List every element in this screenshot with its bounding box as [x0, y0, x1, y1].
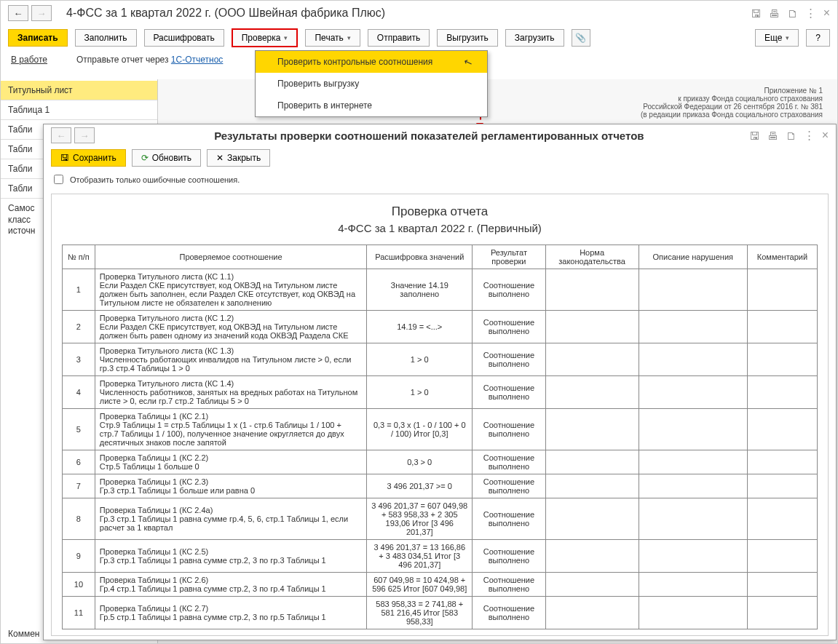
cell-decryption: 1 > 0 [367, 343, 473, 376]
table-row[interactable]: 6Проверка Таблицы 1 (КС 2.2) Стр.5 Табли… [63, 450, 818, 474]
cell-decryption: Значение 14.19 заполнено [367, 269, 473, 311]
cell-desc [639, 498, 747, 540]
cell-decryption: 0,3 = 0,3 x (1 - 0 / 100 + 0 / 100) Итог… [367, 409, 473, 450]
table-row[interactable]: 3Проверка Титульного листа (КС 1.3) Числ… [63, 343, 818, 376]
table-row[interactable]: 5Проверка Таблицы 1 (КС 2.1) Стр.9 Табли… [63, 409, 818, 450]
w2-nav-back[interactable]: ← [51, 127, 71, 143]
check-online-item[interactable]: Проверить в интернете [256, 95, 487, 116]
tab-title-page[interactable]: Титульный лист [1, 81, 157, 100]
diskette-icon: 🖫 [60, 153, 69, 163]
cell-relation: Проверка Титульного листа (КС 1.4) Числе… [95, 376, 366, 409]
w2-preview-icon[interactable]: 🗋 [786, 130, 797, 142]
table-row[interactable]: 1Проверка Титульного листа (КС 1.1) Если… [63, 269, 818, 311]
only-errors-label: Отобразить только ошибочные соотношения. [70, 175, 240, 184]
more-button[interactable]: Еще [755, 29, 799, 47]
cell-decryption: 0,3 > 0 [367, 450, 473, 474]
cell-relation: Проверка Таблицы 1 (КС 2.1) Стр.9 Таблиц… [95, 409, 366, 450]
w2-title: Результаты проверки соотношений показате… [109, 130, 749, 142]
w2-more-icon[interactable]: ⋮ [804, 129, 815, 142]
table-row[interactable]: 8Проверка Таблицы 1 (КС 2.4а) Гр.3 стр.1… [63, 498, 818, 540]
cell-result: Соотношение выполнено [473, 269, 545, 311]
cell-number: 9 [63, 540, 95, 573]
check-ratios-item[interactable]: Проверить контрольные соотношения [256, 51, 487, 73]
fill-button[interactable]: Заполнить [75, 29, 137, 47]
cell-comment [747, 311, 817, 343]
cell-relation: Проверка Таблицы 1 (КС 2.4а) Гр.3 стр.1 … [95, 498, 366, 540]
table-row[interactable]: 4Проверка Титульного листа (КС 1.4) Числ… [63, 376, 818, 409]
cell-number: 5 [63, 409, 95, 450]
filter-row: Отобразить только ошибочные соотношения. [44, 170, 836, 189]
cell-norm [545, 573, 639, 597]
cell-desc [639, 269, 747, 311]
cell-relation: Проверка Таблицы 1 (КС 2.5) Гр.3 стр.1 Т… [95, 540, 366, 573]
tab-table1[interactable]: Таблица 1 [1, 100, 157, 120]
cell-result: Соотношение выполнено [473, 409, 545, 450]
record-button[interactable]: Записать [8, 29, 68, 47]
table-row[interactable]: 10Проверка Таблицы 1 (КС 2.6) Гр.4 стр.1… [63, 573, 818, 597]
cell-relation: Проверка Таблицы 1 (КС 2.7) Гр.5 стр.1 Т… [95, 597, 366, 629]
table-row[interactable]: 9Проверка Таблицы 1 (КС 2.5) Гр.3 стр.1 … [63, 540, 818, 573]
check-export-item[interactable]: Проверить выгрузку [256, 73, 487, 95]
cell-result: Соотношение выполнено [473, 343, 545, 376]
cell-relation: Проверка Титульного листа (КС 1.3) Числе… [95, 343, 366, 376]
window-title: 4-ФСС за 1 квартал 2022 г. (ООО Швейная … [66, 7, 751, 20]
close-icon[interactable]: × [823, 7, 830, 20]
print-icon[interactable]: 🖶 [769, 7, 780, 20]
print-button[interactable]: Печать [305, 29, 360, 47]
w2-close-icon[interactable]: × [822, 129, 829, 142]
cell-norm [545, 474, 639, 498]
nav-back-button[interactable]: ← [8, 5, 28, 21]
w2-save-icon[interactable]: 🖫 [749, 130, 760, 142]
cell-desc [639, 573, 747, 597]
cell-number: 11 [63, 597, 95, 629]
close-button[interactable]: ✕Закрыть [207, 149, 270, 167]
titlebar: ← → 4-ФСС за 1 квартал 2022 г. (ООО Швей… [1, 1, 837, 25]
check-results-window: ← → Результаты проверки соотношений пока… [43, 124, 837, 640]
status-label[interactable]: В работе [11, 55, 47, 65]
report-area[interactable]: Проверка отчета 4-ФСС за 1 квартал 2022 … [51, 194, 829, 636]
cell-desc [639, 376, 747, 409]
only-errors-checkbox[interactable] [54, 175, 63, 184]
nav-forward-button[interactable]: → [31, 5, 52, 21]
cell-comment [747, 573, 817, 597]
check-button[interactable]: Проверка [232, 28, 299, 47]
import-button[interactable]: Загрузить [505, 29, 564, 47]
w2-nav-forward[interactable]: → [74, 127, 95, 143]
preview-icon[interactable]: 🗋 [787, 7, 798, 20]
cell-norm [545, 343, 639, 376]
refresh-button[interactable]: ⟳Обновить [132, 149, 201, 167]
cell-desc [639, 409, 747, 450]
attach-icon[interactable]: 📎 [572, 29, 590, 47]
th-relation: Проверяемое соотношение [95, 245, 366, 269]
cell-result: Соотношение выполнено [473, 450, 545, 474]
cell-result: Соотношение выполнено [473, 474, 545, 498]
cell-desc [639, 450, 747, 474]
onec-link[interactable]: 1С-Отчетнос [171, 55, 224, 65]
cell-decryption: 607 049,98 = 10 424,98 + 596 625 Итог [6… [367, 573, 473, 597]
w2-print-icon[interactable]: 🖶 [767, 130, 778, 142]
help-button[interactable]: ? [806, 29, 830, 47]
cell-result: Соотношение выполнено [473, 311, 545, 343]
export-button[interactable]: Выгрузить [437, 29, 498, 47]
cell-norm [545, 376, 639, 409]
cell-decryption: 3 496 201,37 = 607 049,98 + 583 958,33 +… [367, 498, 473, 540]
table-row[interactable]: 7Проверка Таблицы 1 (КС 2.3) Гр.3 стр.1 … [63, 474, 818, 498]
th-description: Описание нарушения [639, 245, 747, 269]
table-row[interactable]: 11Проверка Таблицы 1 (КС 2.7) Гр.5 стр.1… [63, 597, 818, 629]
status-hint: Отправьте отчет через 1С-Отчетнос [76, 55, 223, 65]
th-norm: Норма законодательства [545, 245, 639, 269]
table-row[interactable]: 2Проверка Титульного листа (КС 1.2) Если… [63, 311, 818, 343]
decrypt-button[interactable]: Расшифровать [144, 29, 224, 47]
cell-comment [747, 474, 817, 498]
cell-comment [747, 269, 817, 311]
more-icon[interactable]: ⋮ [805, 7, 816, 20]
cell-desc [639, 343, 747, 376]
cell-relation: Проверка Титульного листа (КС 1.2) Если … [95, 311, 366, 343]
cell-desc [639, 597, 747, 629]
save-button[interactable]: 🖫Сохранить [51, 149, 126, 167]
send-button[interactable]: Отправить [368, 29, 430, 47]
cell-comment [747, 597, 817, 629]
cell-relation: Проверка Таблицы 1 (КС 2.6) Гр.4 стр.1 Т… [95, 573, 366, 597]
save-icon[interactable]: 🖫 [751, 7, 762, 20]
cell-decryption: 3 496 201,37 >= 0 [367, 474, 473, 498]
